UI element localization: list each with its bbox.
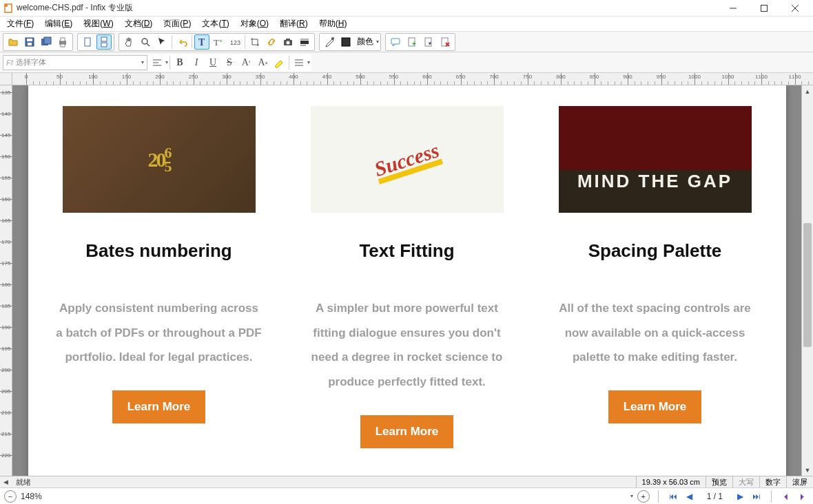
svg-rect-15 bbox=[101, 37, 107, 41]
delete-page-icon[interactable] bbox=[438, 34, 453, 50]
single-page-icon[interactable] bbox=[80, 34, 95, 50]
menu-bar: 文件(F) 编辑(E) 视图(W) 文档(D) 页面(P) 文本(T) 对象(O… bbox=[0, 17, 813, 32]
svg-text:T: T bbox=[214, 37, 219, 48]
maximize-button[interactable] bbox=[748, 0, 779, 17]
status-bar: ◀ 就绪 19.39 x 56.03 cm 预览 大写 数字 滚屏 bbox=[0, 476, 813, 487]
snapshot-tool-icon[interactable] bbox=[280, 34, 296, 50]
feature-card-spacing: MIND THE GAP Spacing Palette All of the … bbox=[552, 106, 759, 448]
close-button[interactable] bbox=[779, 0, 810, 17]
print-icon[interactable] bbox=[55, 34, 70, 50]
minimize-button[interactable] bbox=[717, 0, 748, 17]
continuous-page-icon[interactable] bbox=[96, 34, 112, 50]
svg-rect-8 bbox=[28, 43, 32, 45]
zoom-in-button[interactable]: + bbox=[637, 490, 650, 503]
card-title: Text Fitting bbox=[304, 240, 511, 262]
card-body: All of the text spacing controls are now… bbox=[552, 296, 759, 370]
vertical-scrollbar[interactable]: ▲ ▼ bbox=[801, 85, 813, 476]
last-page-button[interactable]: ⏭ bbox=[750, 492, 763, 501]
format-toolbar: Ff 选择字体 ▾ ▾ B I U S A² A₂ ▾ bbox=[0, 52, 813, 73]
italic-button[interactable]: I bbox=[188, 55, 205, 70]
svg-rect-33 bbox=[391, 39, 400, 44]
zoom-value[interactable]: 148% bbox=[21, 492, 48, 501]
first-page-button[interactable]: ⏮ bbox=[667, 492, 679, 501]
svg-rect-3 bbox=[761, 5, 767, 11]
menu-edit[interactable]: 编辑(E) bbox=[39, 17, 78, 31]
color-dropdown-icon[interactable]: ▾ bbox=[376, 39, 379, 45]
svg-text:+: + bbox=[412, 40, 416, 48]
spacing-dropdown-icon[interactable]: ▾ bbox=[307, 59, 310, 65]
text-tool-icon[interactable]: T bbox=[194, 34, 209, 50]
font-selector[interactable]: Ff 选择字体 ▾ bbox=[3, 55, 147, 70]
scrollbar-thumb[interactable] bbox=[803, 223, 812, 347]
svg-rect-27 bbox=[286, 39, 290, 41]
menu-help[interactable]: 帮助(H) bbox=[313, 17, 353, 31]
page-prev-icon[interactable]: ◀ bbox=[0, 476, 12, 487]
link-tool-icon[interactable] bbox=[264, 34, 279, 50]
svg-point-31 bbox=[331, 37, 334, 40]
nav-forward-button[interactable]: ⏵ bbox=[796, 492, 809, 501]
menu-object[interactable]: 对象(O) bbox=[235, 17, 274, 31]
prev-page-button[interactable]: ◀ bbox=[683, 492, 696, 501]
pdf-page: 2065 Bates numbering Apply consistent nu… bbox=[28, 85, 786, 476]
svg-rect-13 bbox=[61, 44, 65, 47]
zoom-tool-icon[interactable] bbox=[138, 34, 153, 50]
document-canvas[interactable]: 2065 Bates numbering Apply consistent nu… bbox=[12, 85, 801, 476]
learn-more-button[interactable]: Learn More bbox=[360, 415, 454, 448]
align-left-icon[interactable] bbox=[149, 55, 165, 70]
strikethrough-button[interactable]: S bbox=[221, 55, 238, 70]
card-image: MIND THE GAP bbox=[559, 106, 752, 213]
add-page-icon[interactable]: + bbox=[404, 34, 420, 50]
nav-back-button[interactable]: ⏴ bbox=[780, 492, 792, 501]
highlight-button[interactable] bbox=[271, 55, 287, 70]
extract-page-icon[interactable] bbox=[421, 34, 436, 50]
comment-icon[interactable] bbox=[388, 34, 403, 50]
svg-rect-29 bbox=[300, 39, 309, 40]
svg-rect-30 bbox=[300, 45, 306, 46]
underline-button[interactable]: U bbox=[205, 55, 221, 70]
redact-tool-icon[interactable] bbox=[297, 34, 312, 50]
subscript-button[interactable]: A₂ bbox=[254, 55, 271, 70]
learn-more-button[interactable]: Learn More bbox=[608, 390, 702, 423]
app-icon bbox=[3, 3, 14, 14]
next-page-button[interactable]: ▶ bbox=[734, 492, 746, 501]
status-preview[interactable]: 预览 bbox=[706, 476, 732, 487]
learn-more-button[interactable]: Learn More bbox=[112, 390, 206, 423]
main-toolbar: T T+ 123 颜色 ▾ + bbox=[0, 32, 813, 52]
select-tool-icon[interactable] bbox=[154, 34, 169, 50]
scroll-down-icon[interactable]: ▼ bbox=[802, 464, 813, 476]
align-dropdown-icon[interactable]: ▾ bbox=[165, 59, 168, 65]
text-plus-tool-icon[interactable]: T+ bbox=[211, 34, 226, 50]
line-spacing-icon[interactable] bbox=[291, 55, 307, 70]
zoom-out-button[interactable]: − bbox=[4, 490, 17, 503]
text-linked-tool-icon[interactable]: 123 bbox=[227, 34, 243, 50]
hand-tool-icon[interactable] bbox=[121, 34, 136, 50]
menu-text[interactable]: 文本(T) bbox=[196, 17, 234, 31]
scroll-up-icon[interactable]: ▲ bbox=[802, 85, 813, 97]
card-image: Success bbox=[311, 106, 504, 213]
crop-tool-icon[interactable] bbox=[247, 34, 263, 50]
svg-rect-10 bbox=[44, 37, 51, 44]
undo-icon[interactable] bbox=[174, 34, 189, 50]
save-icon[interactable] bbox=[22, 34, 37, 50]
card-title: Spacing Palette bbox=[552, 240, 759, 262]
menu-page[interactable]: 页面(P) bbox=[158, 17, 196, 31]
zoom-dropdown-icon[interactable]: ▾ bbox=[630, 493, 633, 499]
menu-view[interactable]: 视图(W) bbox=[78, 17, 119, 31]
svg-point-1 bbox=[5, 4, 8, 7]
menu-document[interactable]: 文档(D) bbox=[119, 17, 158, 31]
font-placeholder: 选择字体 bbox=[16, 57, 46, 67]
page-indicator[interactable]: 1 / 1 bbox=[707, 492, 723, 501]
bold-button[interactable]: B bbox=[172, 55, 188, 70]
eyedropper-icon[interactable] bbox=[322, 34, 337, 50]
superscript-button[interactable]: A² bbox=[238, 55, 254, 70]
svg-text:3: 3 bbox=[237, 39, 240, 46]
color-label: 颜色 bbox=[357, 36, 373, 48]
feature-card-textfitting: Success Text Fitting A simpler but more … bbox=[304, 106, 511, 448]
title-bar: welcome-CHS.pdf - Infix 专业版 bbox=[0, 0, 813, 17]
save-copy-icon[interactable] bbox=[39, 34, 54, 50]
open-icon[interactable] bbox=[6, 34, 21, 50]
menu-translate[interactable]: 翻译(R) bbox=[274, 17, 313, 31]
menu-file[interactable]: 文件(F) bbox=[1, 17, 39, 31]
svg-text:T: T bbox=[198, 37, 205, 48]
color-swatch-icon[interactable] bbox=[338, 34, 353, 50]
